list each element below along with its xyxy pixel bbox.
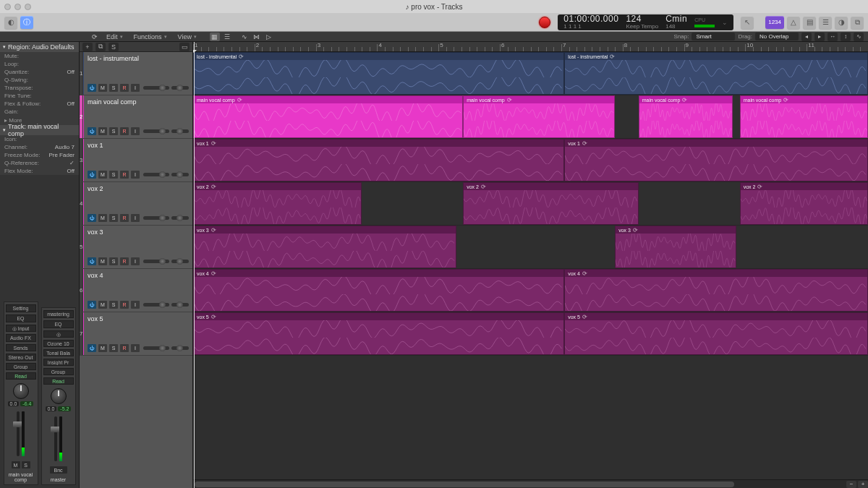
track-filter-icon[interactable]: ▭ [179,43,190,51]
notes-icon[interactable]: ☰ [819,16,832,29]
track-solo-button[interactable]: S [109,344,118,352]
track-power-button[interactable]: ⏻ [88,84,96,92]
arrange-lane[interactable]: lost - instrumental⟳ lost - instrumental… [193,52,868,95]
track-solo-button[interactable]: S [109,127,118,135]
inspector-row[interactable]: Gain: [0,108,79,116]
track-header[interactable]: 3 vox 1 ⏻ M S R I [80,139,192,182]
track-solo-button[interactable]: S [109,214,118,222]
setting-slot[interactable]: Setting [6,304,36,312]
plugin-slot[interactable]: Insight Pr [43,359,74,366]
inspector-row[interactable]: Transpose: [0,84,79,92]
track-power-button[interactable]: ⏻ [88,301,96,309]
track-header[interactable]: 6 vox 4 ⏻ M S R I [80,269,192,312]
global-solo-button[interactable]: S [109,43,119,51]
plugin-slot[interactable]: Ozone 10 [43,340,74,347]
arrange-lane[interactable]: vox 5⟳ vox 5⟳ [193,312,868,356]
audiofx-slot[interactable]: Audio FX [6,334,36,342]
track-solo-button[interactable]: S [109,171,118,179]
audio-region[interactable]: lost - instrumental⟳ [564,52,868,95]
zoom-window-btn[interactable] [25,4,31,10]
arrange-lane[interactable]: vox 4⟳ vox 4⟳ [193,269,868,312]
track-volume-slider[interactable] [143,129,169,133]
playhead[interactable] [194,42,195,488]
inspector-row[interactable]: Flex & Follow:Off [0,100,79,108]
automation-mode[interactable]: Read [43,377,74,385]
inspector-row[interactable]: Mute: [0,52,79,60]
track-input-button[interactable]: I [131,214,140,222]
track-header[interactable]: 1 lost - instrumental ⏻ M S R I [80,52,192,95]
list-editors-icon[interactable]: ▤ [803,16,816,29]
track-record-button[interactable]: R [120,84,129,92]
arrange-lane[interactable]: main vocal comp⟳ main vocal comp⟳ main v… [193,95,868,139]
track-record-button[interactable]: R [120,257,129,265]
solo-button[interactable]: S [22,461,30,468]
track-input-button[interactable]: I [131,344,140,352]
view-list-icon[interactable]: ☰ [222,33,232,41]
duplicate-track-icon[interactable]: ⧉ [95,43,106,51]
track-solo-button[interactable]: S [109,84,118,92]
snap-select[interactable]: Smart [692,33,735,40]
track-volume-slider[interactable] [143,260,169,263]
audio-region[interactable]: main vocal comp⟳ [740,95,868,138]
track-pan-slider[interactable] [171,86,189,90]
track-input-button[interactable]: I [131,257,140,265]
track-power-button[interactable]: ⏻ [88,257,96,265]
track-record-button[interactable]: R [120,214,129,222]
track-volume-slider[interactable] [143,303,169,307]
inspector-row[interactable]: Quantize:Off [0,68,79,76]
setting-slot[interactable]: mastering [43,310,74,318]
minimize-window-btn[interactable] [14,4,21,10]
arrange-area[interactable]: 123456789101112 lost - instrumental⟳ los… [193,42,868,488]
track-power-button[interactable]: ⏻ [88,127,96,135]
audio-region[interactable]: vox 3⟳ [193,226,456,268]
zoom-h-icon[interactable]: ↔ [827,33,838,41]
input-slot[interactable]: ◎ Input [6,325,36,332]
track-mute-button[interactable]: M [98,127,107,135]
automation-mode[interactable]: Read [6,372,36,380]
plugin-slot[interactable]: Tonal Bala [43,349,74,356]
inspector-row[interactable]: Fine Tune: [0,92,79,100]
audio-region[interactable]: lost - instrumental⟳ [193,52,564,95]
track-mute-button[interactable]: M [98,344,107,352]
automation-icon[interactable]: ∿ [239,33,250,41]
inspector-row[interactable]: Q-Reference:✓ [0,159,79,167]
track-volume-slider[interactable] [143,86,169,90]
sends-slot[interactable]: Sends [6,344,36,351]
track-power-button[interactable]: ⏻ [88,214,96,222]
track-mute-button[interactable]: M [98,171,107,179]
audio-region[interactable]: vox 3⟳ [615,226,736,268]
hzoom-in-icon[interactable]: + [858,481,868,488]
track-header[interactable]: 5 vox 3 ⏻ M S R I [80,226,192,269]
track-input-button[interactable]: I [131,127,140,135]
track-header[interactable]: 2 main vocal comp ⏻ M S R I [80,95,192,139]
inspector-row[interactable]: Icon: [0,135,79,143]
input-slot[interactable]: ◎ [43,330,74,338]
pan-dial[interactable] [51,388,67,404]
library-toggle[interactable]: ◐ [4,16,17,29]
record-button[interactable] [539,17,550,28]
track-record-button[interactable]: R [120,301,129,309]
track-pan-slider[interactable] [171,260,189,263]
audio-region[interactable]: vox 2⟳ [463,182,639,225]
zoom-v-icon[interactable]: ↕ [841,33,851,41]
lcd-chevron-icon[interactable]: ⌄ [722,19,728,26]
track-pan-slider[interactable] [171,216,189,220]
track-pan-slider[interactable] [171,129,189,133]
track-solo-button[interactable]: S [109,257,118,265]
track-mute-button[interactable]: M [98,214,107,222]
track-pan-slider[interactable] [171,346,189,350]
drag-select[interactable]: No Overlap [755,33,799,40]
hzoom-out-icon[interactable]: − [846,481,856,488]
region-inspector-header[interactable]: ▾Region: Audio Defaults [0,42,79,52]
lcd-display[interactable]: 01:00:00.000 1 1 1 1 124 Keep Tempo Cmin… [558,14,733,30]
track-input-button[interactable]: I [131,171,140,179]
close-window-btn[interactable] [4,4,11,10]
audio-region[interactable]: vox 4⟳ [564,269,868,312]
inspector-toggle[interactable]: ⓘ [20,16,33,29]
track-pan-slider[interactable] [171,173,189,176]
audio-region[interactable]: vox 5⟳ [193,312,564,355]
track-record-button[interactable]: R [120,127,129,135]
browser-icon[interactable]: ⧉ [851,16,864,29]
track-pan-slider[interactable] [171,303,189,307]
cursor-tool-icon[interactable]: ↖ [741,16,754,29]
